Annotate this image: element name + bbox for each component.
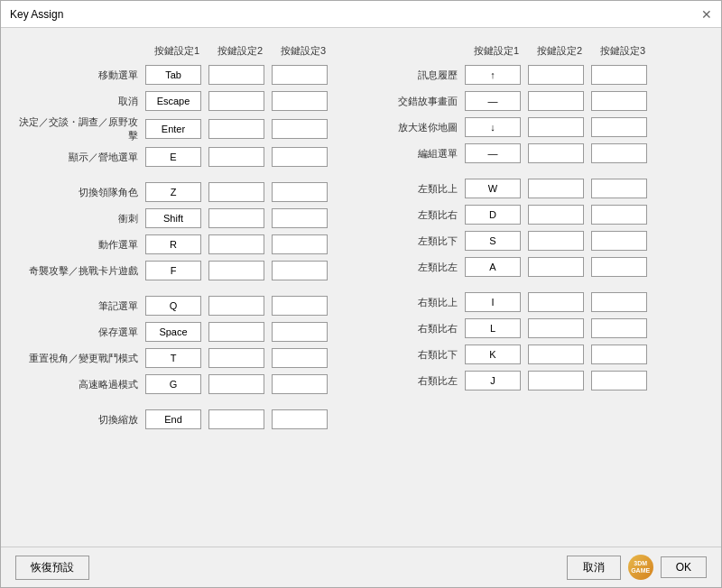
key-input-key2[interactable] — [528, 143, 584, 163]
table-row: 奇襲攻擊／挑戰卡片遊戲 — [19, 259, 356, 282]
key-input-key3[interactable] — [272, 261, 328, 280]
key-input-key3[interactable] — [272, 374, 328, 394]
key-input-key1[interactable] — [145, 348, 201, 368]
key-input-key3[interactable] — [591, 257, 647, 277]
key-input-key1[interactable] — [145, 65, 201, 85]
key-input-key1[interactable] — [465, 91, 521, 111]
row-label: 左類比上 — [366, 182, 465, 196]
table-row: 左類比右 — [366, 203, 703, 226]
key-input-key1[interactable] — [145, 409, 201, 429]
key-input-key1[interactable] — [145, 119, 201, 139]
key-input-key3[interactable] — [591, 91, 647, 111]
key-input-key1[interactable] — [465, 117, 521, 137]
window-title: Key Assign — [10, 8, 63, 21]
content-area: 按鍵設定1 按鍵設定2 按鍵設定3 移動選單取消決定／交談・調查／原野攻擊顯示／… — [1, 28, 721, 547]
key-input-key2[interactable] — [208, 234, 264, 254]
spacer — [366, 281, 703, 290]
key-input-key1[interactable] — [145, 147, 201, 167]
key-input-key1[interactable] — [145, 234, 201, 254]
key-input-key2[interactable] — [208, 208, 264, 228]
key-input-key1[interactable] — [145, 296, 201, 316]
close-button[interactable]: ✕ — [701, 8, 712, 21]
key-input-key3[interactable] — [272, 409, 328, 429]
key-input-key3[interactable] — [591, 65, 647, 85]
key-input-key2[interactable] — [528, 65, 584, 85]
key-input-key3[interactable] — [591, 179, 647, 198]
key-input-key3[interactable] — [272, 182, 328, 202]
key-input-key1[interactable] — [465, 257, 521, 277]
key-input-key2[interactable] — [208, 147, 264, 167]
key-input-key1[interactable] — [465, 371, 521, 390]
key-input-key3[interactable] — [591, 292, 647, 312]
key-input-key3[interactable] — [591, 143, 647, 163]
key-input-key3[interactable] — [591, 117, 647, 137]
key-input-key2[interactable] — [528, 231, 584, 251]
key-input-key1[interactable] — [145, 322, 201, 342]
key-input-key2[interactable] — [208, 296, 264, 316]
table-row: 編組選單 — [366, 142, 703, 165]
row-label: 右類比下 — [366, 348, 465, 362]
key-input-key1[interactable] — [465, 205, 521, 225]
left-rows: 移動選單取消決定／交談・調查／原野攻擊顯示／營地選單切換領隊角色衝刺動作選單奇襲… — [19, 63, 356, 431]
key-input-key3[interactable] — [591, 231, 647, 251]
key-input-key3[interactable] — [591, 371, 647, 390]
ok-button[interactable]: OK — [661, 556, 707, 578]
key-input-key1[interactable] — [145, 208, 201, 228]
key-input-key2[interactable] — [208, 91, 264, 111]
row-label: 動作選單 — [19, 238, 145, 252]
row-label: 左類比下 — [366, 234, 465, 248]
cancel-button[interactable]: 取消 — [567, 556, 621, 580]
row-label: 右類比左 — [366, 374, 465, 388]
key-input-key1[interactable] — [145, 91, 201, 111]
key-input-key1[interactable] — [465, 345, 521, 364]
restore-button[interactable]: 恢復預設 — [15, 556, 89, 580]
key-input-key2[interactable] — [208, 409, 264, 429]
key-input-key1[interactable] — [145, 261, 201, 280]
table-row: 顯示／營地選單 — [19, 145, 356, 169]
key-input-key1[interactable] — [465, 143, 521, 163]
key-input-key2[interactable] — [528, 318, 584, 338]
table-row: 保存選單 — [19, 320, 356, 344]
key-input-key2[interactable] — [528, 117, 584, 137]
key-input-key3[interactable] — [272, 147, 328, 167]
key-input-key2[interactable] — [208, 182, 264, 202]
table-row: 訊息履歷 — [366, 63, 703, 87]
key-input-key3[interactable] — [591, 318, 647, 338]
row-label: 切換領隊角色 — [19, 186, 145, 199]
key-input-key1[interactable] — [465, 318, 521, 338]
key-input-key3[interactable] — [272, 296, 328, 316]
table-row: 高速略過模式 — [19, 372, 356, 396]
key-input-key1[interactable] — [145, 374, 201, 394]
key-input-key3[interactable] — [272, 65, 328, 85]
key-input-key1[interactable] — [145, 182, 201, 202]
row-label: 奇襲攻擊／挑戰卡片遊戲 — [19, 264, 145, 278]
key-input-key2[interactable] — [208, 261, 264, 280]
key-input-key2[interactable] — [528, 91, 584, 111]
key-input-key2[interactable] — [528, 371, 584, 390]
key-input-key2[interactable] — [208, 65, 264, 85]
key-input-key2[interactable] — [528, 257, 584, 277]
key-input-key1[interactable] — [465, 65, 521, 85]
key-input-key3[interactable] — [591, 345, 647, 364]
key-input-key2[interactable] — [528, 179, 584, 198]
key-input-key2[interactable] — [528, 345, 584, 364]
key-input-key2[interactable] — [208, 348, 264, 368]
row-label: 交錯故事畫面 — [366, 95, 465, 108]
key-input-key3[interactable] — [272, 119, 328, 139]
key-input-key3[interactable] — [272, 348, 328, 368]
key-input-key1[interactable] — [465, 292, 521, 312]
key-input-key1[interactable] — [465, 231, 521, 251]
key-input-key3[interactable] — [272, 91, 328, 111]
key-input-key2[interactable] — [208, 119, 264, 139]
row-label: 顯示／營地選單 — [19, 151, 145, 164]
key-input-key3[interactable] — [591, 205, 647, 225]
key-input-key3[interactable] — [272, 234, 328, 254]
key-input-key2[interactable] — [528, 205, 584, 225]
key-input-key3[interactable] — [272, 322, 328, 342]
key-input-key2[interactable] — [208, 374, 264, 394]
key-input-key1[interactable] — [465, 179, 521, 198]
key-input-key2[interactable] — [528, 292, 584, 312]
key-input-key3[interactable] — [272, 208, 328, 228]
table-row: 取消 — [19, 89, 356, 113]
key-input-key2[interactable] — [208, 322, 264, 342]
